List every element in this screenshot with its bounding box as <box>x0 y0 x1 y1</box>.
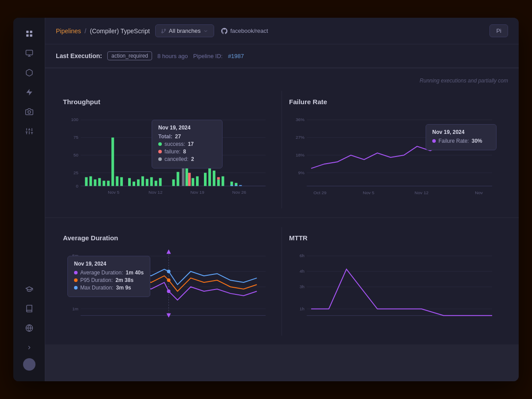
ad-tooltip-avg-label: Average Duration: <box>80 270 123 276</box>
svg-rect-58 <box>192 178 194 186</box>
svg-text:1h: 1h <box>300 306 305 311</box>
throughput-tooltip: Nov 19, 2024 Total: 27 success: 17 <box>152 120 223 168</box>
charts-container-row2: Average Duration 5m 4 <box>45 218 519 344</box>
ad-tooltip-max-label: Max Duration: <box>80 285 113 291</box>
svg-rect-47 <box>141 176 144 186</box>
svg-point-21 <box>161 31 163 33</box>
svg-text:25: 25 <box>74 170 79 175</box>
svg-text:Nov 12: Nov 12 <box>415 190 429 195</box>
sidebar-icon-cube[interactable] <box>20 64 38 82</box>
svg-text:0: 0 <box>76 184 78 188</box>
ad-tooltip-p95-value: 2m 38s <box>115 277 133 283</box>
charts-container-row1: Running executions and partially com Thr… <box>45 69 519 217</box>
status-badge: action_required <box>107 51 152 60</box>
mttr-title: MTTR <box>289 234 501 242</box>
avg-duration-chart-wrapper: 5m 4m 2m 1m <box>63 247 274 329</box>
sidebar-icon-sliders[interactable] <box>20 122 38 140</box>
tooltip-success-row: success: 17 <box>158 141 216 147</box>
success-dot <box>158 142 162 146</box>
avg-duration-panel: Average Duration 5m 4 <box>56 227 282 336</box>
svg-rect-37 <box>102 181 105 186</box>
breadcrumb-separator: / <box>85 27 86 35</box>
svg-rect-35 <box>94 180 97 186</box>
fr-tooltip-value: 30% <box>472 138 482 144</box>
svg-text:Nov 12: Nov 12 <box>149 190 163 195</box>
svg-rect-1 <box>30 31 32 33</box>
ad-tooltip-max-row: Max Duration: 3m 9s <box>74 285 144 291</box>
svg-text:75: 75 <box>74 135 79 140</box>
ad-tooltip-avg-row: Average Duration: 1m 40s <box>74 270 144 276</box>
svg-text:Nov 5: Nov 5 <box>363 190 374 195</box>
app-window: Pipelines / (Compiler) TypeScript All br… <box>13 18 519 381</box>
avg-duration-tooltip: Nov 19, 2024 Average Duration: 1m 40s P9… <box>67 256 150 297</box>
branch-select-label: All branches <box>169 27 201 34</box>
svg-rect-39 <box>107 181 110 186</box>
svg-point-101 <box>167 270 171 273</box>
throughput-panel: Throughput 100 75 <box>56 91 282 208</box>
repo-link[interactable]: facebook/react <box>221 27 268 34</box>
svg-text:18%: 18% <box>296 153 305 157</box>
sidebar <box>13 18 45 381</box>
sidebar-bottom <box>20 280 38 374</box>
svg-rect-50 <box>155 181 157 186</box>
svg-rect-62 <box>208 168 211 186</box>
charts-note: Running executions and partially com <box>56 78 508 84</box>
svg-text:4h: 4h <box>300 269 305 274</box>
svg-text:36%: 36% <box>296 117 305 122</box>
sidebar-icon-book[interactable] <box>20 300 38 317</box>
sidebar-expand[interactable] <box>20 339 38 356</box>
svg-text:Nov 5: Nov 5 <box>108 190 119 195</box>
ad-tooltip-avg-value: 1m 40s <box>126 270 144 276</box>
pipeline-id[interactable]: #1987 <box>228 53 244 59</box>
mttr-chart-wrapper: 6h 4h 3h 1h <box>289 247 501 329</box>
svg-text:Nov: Nov <box>475 190 483 195</box>
tooltip-success-value: 17 <box>188 141 194 147</box>
ad-tooltip-max-value: 3m 9s <box>116 285 131 291</box>
svg-rect-41 <box>116 176 118 186</box>
ad-tooltip-date: Nov 19, 2024 <box>74 261 144 267</box>
svg-rect-44 <box>128 178 131 186</box>
failure-rate-panel: Failure Rate 36% 27% <box>282 91 508 208</box>
tooltip-cancelled-label: cancelled: <box>164 156 188 162</box>
sidebar-icon-bolt[interactable] <box>20 83 38 101</box>
sidebar-icon-monitor[interactable] <box>20 44 38 62</box>
breadcrumb-pipelines[interactable]: Pipelines <box>56 27 81 35</box>
svg-rect-59 <box>196 176 199 186</box>
fr-tooltip-label: Failure Rate: <box>438 138 469 144</box>
svg-rect-33 <box>85 177 88 186</box>
sidebar-icon-globe[interactable] <box>20 319 38 337</box>
svg-rect-70 <box>231 185 233 186</box>
branch-select[interactable]: All branches <box>155 24 215 37</box>
svg-text:100: 100 <box>71 117 78 122</box>
fr-tooltip-row: Failure Rate: 30% <box>432 138 490 144</box>
sidebar-icon-grid[interactable] <box>20 25 38 43</box>
svg-rect-56 <box>172 180 175 186</box>
svg-rect-69 <box>217 177 220 180</box>
ad-tooltip-p95-row: P95 Duration: 2m 38s <box>74 277 144 283</box>
svg-rect-64 <box>217 180 220 186</box>
svg-rect-36 <box>98 178 101 186</box>
svg-rect-61 <box>204 173 207 186</box>
svg-text:50: 50 <box>74 153 79 157</box>
header-button[interactable]: Pi <box>489 24 508 37</box>
svg-text:Nov 26: Nov 26 <box>232 190 246 195</box>
svg-rect-2 <box>26 35 28 37</box>
sidebar-icon-graduation[interactable] <box>20 280 38 298</box>
tooltip-date: Nov 19, 2024 <box>158 125 216 131</box>
svg-marker-97 <box>167 250 171 254</box>
p95-dot <box>74 278 78 282</box>
breadcrumb: Pipelines / (Compiler) TypeScript <box>56 27 150 35</box>
tooltip-cancelled-value: 2 <box>191 156 194 162</box>
tooltip-total-label: Total: <box>158 133 172 140</box>
header: Pipelines / (Compiler) TypeScript All br… <box>45 18 519 44</box>
svg-text:6h: 6h <box>300 253 305 258</box>
svg-rect-57 <box>176 172 179 186</box>
main-content: Pipelines / (Compiler) TypeScript All br… <box>45 18 519 381</box>
avatar[interactable] <box>23 358 35 371</box>
avg-duration-title: Average Duration <box>63 234 274 242</box>
svg-rect-0 <box>26 31 28 33</box>
fr-dot <box>432 139 436 143</box>
svg-rect-72 <box>239 185 242 186</box>
execution-label: Last Execution: <box>56 52 102 59</box>
sidebar-icon-camera[interactable] <box>20 103 38 121</box>
